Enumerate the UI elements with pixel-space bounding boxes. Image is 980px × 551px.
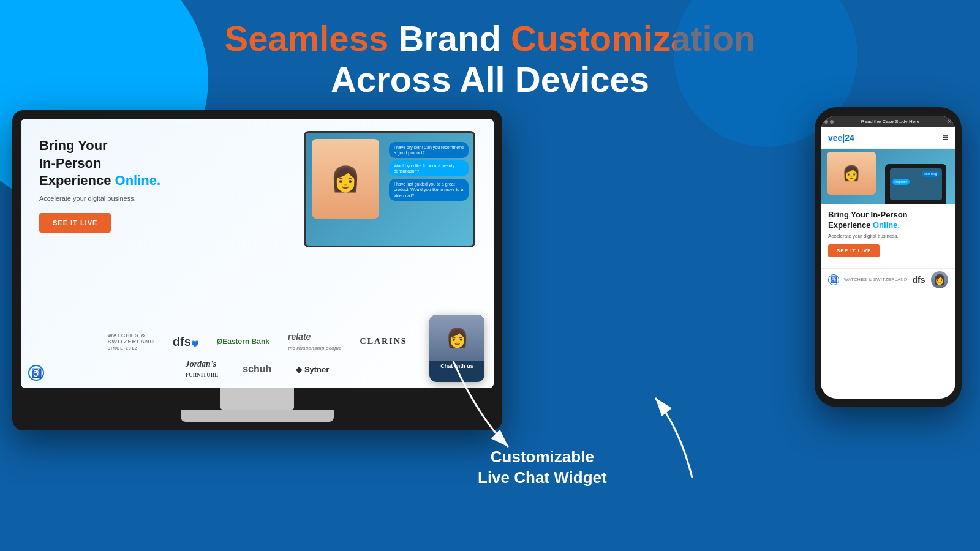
phone-nav: vee|24 ≡: [821, 127, 956, 149]
header-word-seamless: Seamless: [224, 18, 388, 58]
logo-dfs: dfs💙: [173, 335, 198, 349]
phone-logo-watches: WATCHES & SWITZERLAND: [844, 277, 907, 282]
site-heading-line1: Bring Your: [39, 138, 108, 153]
accessibility-icon[interactable]: ♿: [28, 365, 44, 381]
page-container: Seamless Brand Customization Across All …: [0, 0, 980, 551]
phone-dot-1: [824, 120, 828, 124]
logo-clarins: CLARINS: [360, 337, 407, 347]
header-line2: Across All Devices: [331, 59, 649, 99]
monitor-inner: 👩 I have dry skin! Can you recommend a g…: [306, 133, 473, 246]
phone-dots: [824, 120, 834, 124]
phone-main-content: Bring Your In-Person Experience Online. …: [821, 204, 956, 268]
phone-content: Read the Case Study Here ✕ vee|24 ≡ 👩: [821, 116, 956, 399]
logo-relate: relatethe relationship people: [288, 332, 342, 351]
site-heading-line2: In-Person: [39, 156, 101, 171]
phone-hero-person: 👩: [827, 152, 876, 195]
chat-bubble-3: I have just guided you to a great produc…: [389, 179, 469, 200]
phone-accessibility-icon: ♿: [828, 274, 839, 285]
logo-watches: WATCHES &SWITZERLANDSINCE 2012: [107, 332, 154, 351]
logo-sytner: ◆ Sytner: [296, 365, 329, 374]
phone-case-study-link[interactable]: Read the Case Study Here: [834, 119, 947, 124]
chat-bubble-1: I have dry skin! Can you recommend a goo…: [389, 142, 469, 158]
monitor-chat-bubbles: I have dry skin! Can you recommend a goo…: [389, 142, 469, 201]
monitor-person-icon: 👩: [312, 139, 379, 219]
logo-jordans: Jordan'sFURNITURE: [186, 359, 219, 379]
chat-bubble-2: Would you like to book a beauty consulta…: [389, 160, 469, 176]
stand-neck: [221, 388, 294, 410]
phone-hero-image: 👩 chat msg response: [821, 149, 956, 204]
phone-hero-monitor-screen: chat msg response: [890, 168, 942, 200]
phone-frame: Read the Case Study Here ✕ vee|24 ≡ 👩: [815, 107, 962, 407]
phone-heading-line2: Experience: [828, 220, 870, 230]
phone-screen: Read the Case Study Here ✕ vee|24 ≡ 👩: [821, 116, 956, 399]
phone-heading-line1: Bring Your In-Person: [828, 210, 908, 219]
phone-logo: vee|24: [828, 133, 854, 143]
phone-avatar: 👩: [931, 271, 948, 288]
phone-close-btn[interactable]: ✕: [947, 118, 952, 125]
arrow-label-to-phone: [606, 380, 729, 502]
phone-hero-monitor: chat msg response: [885, 164, 946, 204]
header-word-brand: Brand: [398, 18, 501, 58]
monitor-preview: 👩 I have dry skin! Can you recommend a g…: [304, 131, 475, 247]
see-it-live-button[interactable]: SEE IT LIVE: [39, 213, 111, 233]
phone-site-subheading: Accelerate your digital business.: [828, 233, 948, 239]
logo-schuh: schuh: [243, 364, 271, 375]
phone-see-it-live-button[interactable]: SEE IT LIVE: [828, 244, 880, 257]
phone-logo-dfs: dfs: [912, 275, 925, 285]
site-heading-online: Online.: [115, 173, 161, 188]
site-heading-line3-plain: Experience: [39, 173, 111, 188]
logo-eastern-bank: ØEastern Bank: [217, 337, 270, 346]
customizable-line2: Live Chat Widget: [478, 468, 607, 489]
hamburger-icon[interactable]: ≡: [943, 132, 948, 143]
phone-bottom-logos: ♿ WATCHES & SWITZERLAND dfs 👩: [821, 268, 956, 291]
stand-base: [181, 410, 334, 422]
phone-case-study-bar: Read the Case Study Here ✕: [821, 116, 956, 127]
phone-heading-colored: Online.: [873, 220, 900, 230]
phone-site-heading: Bring Your In-Person Experience Online.: [828, 210, 948, 231]
customizable-line1: Customizable: [478, 447, 607, 468]
customizable-label: Customizable Live Chat Widget: [478, 447, 607, 489]
site-heading: Bring Your In-Person Experience Online.: [39, 137, 174, 190]
